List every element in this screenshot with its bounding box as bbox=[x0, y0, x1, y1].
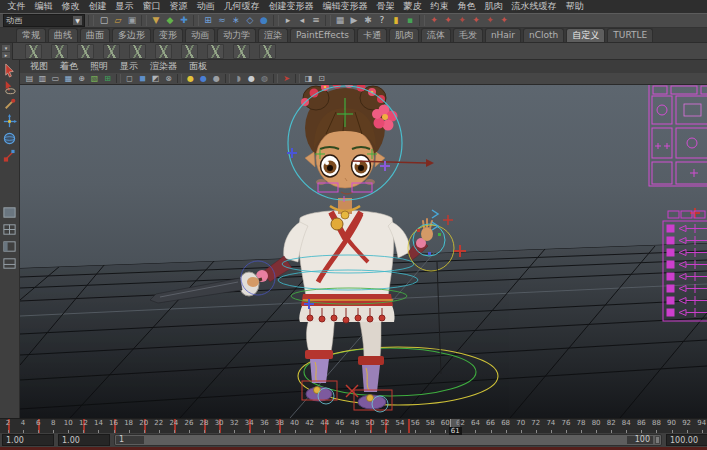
shelf-custom-button-8[interactable] bbox=[207, 44, 224, 59]
panel-menu-2[interactable]: 照明 bbox=[84, 60, 114, 73]
playback-start-field[interactable]: 1.00 bbox=[58, 434, 110, 446]
menu-9[interactable]: 创建变形器 bbox=[264, 0, 318, 13]
menu-2[interactable]: 修改 bbox=[57, 0, 84, 13]
lock-icon[interactable]: ▮ bbox=[389, 14, 403, 27]
statusline-divider[interactable] bbox=[88, 15, 94, 26]
move-tool[interactable] bbox=[1, 113, 19, 130]
perspective-viewport[interactable] bbox=[20, 85, 707, 418]
wireframe-on-shaded-icon[interactable]: ◍ bbox=[258, 73, 271, 84]
shelf-tab-6[interactable]: 动力学 bbox=[217, 28, 256, 42]
resolution-gate-icon[interactable]: ◼ bbox=[136, 73, 149, 84]
shelf-item-menu-icon[interactable]: ▸ bbox=[2, 52, 10, 58]
unmute-channel-icon[interactable]: ✦ bbox=[483, 14, 497, 27]
statusline-divider[interactable] bbox=[193, 15, 199, 26]
no-lights-icon[interactable]: ● bbox=[210, 73, 223, 84]
paint-selection-tool[interactable] bbox=[1, 96, 19, 113]
shelf-custom-button-5[interactable] bbox=[129, 44, 146, 59]
construction-history-icon[interactable]: ≡ bbox=[309, 14, 323, 27]
shelf-custom-button-6[interactable] bbox=[155, 44, 172, 59]
set-key-icon[interactable]: ✦ bbox=[427, 14, 441, 27]
panel-menu-4[interactable]: 渲染器 bbox=[144, 60, 183, 73]
select-camera-icon[interactable]: ▤ bbox=[23, 73, 36, 84]
panel-menu-1[interactable]: 着色 bbox=[54, 60, 84, 73]
menu-7[interactable]: 动画 bbox=[192, 0, 219, 13]
animation-start-field[interactable]: 1.00 bbox=[2, 434, 54, 446]
panel-menu-0[interactable]: 视图 bbox=[24, 60, 54, 73]
xray-icon[interactable]: ◨ bbox=[302, 73, 315, 84]
four-pane-layout-button[interactable] bbox=[1, 221, 19, 238]
menu-8[interactable]: 几何缓存 bbox=[219, 0, 264, 13]
shelf-custom-button-3[interactable] bbox=[77, 44, 94, 59]
scale-tool[interactable] bbox=[1, 147, 19, 164]
shelf-tab-5[interactable]: 动画 bbox=[185, 28, 215, 42]
menu-16[interactable]: 流水线缓存 bbox=[507, 0, 561, 13]
menu-12[interactable]: 蒙皮 bbox=[399, 0, 426, 13]
menu-3[interactable]: 创建 bbox=[84, 0, 111, 13]
hold-keys-icon[interactable]: ✦ bbox=[497, 14, 511, 27]
shelf-tab-11[interactable]: 流体 bbox=[421, 28, 451, 42]
shelf-custom-button-9[interactable] bbox=[233, 44, 250, 59]
open-scene-icon[interactable]: ▱ bbox=[111, 14, 125, 27]
menu-11[interactable]: 骨架 bbox=[372, 0, 399, 13]
film-gate-icon[interactable]: ◻ bbox=[123, 73, 136, 84]
menu-6[interactable]: 资源 bbox=[165, 0, 192, 13]
statusline-divider[interactable] bbox=[141, 15, 147, 26]
bookmark-icon[interactable]: ▭ bbox=[49, 73, 62, 84]
shelf-tab-13[interactable]: nHair bbox=[485, 28, 521, 42]
range-start-handle[interactable]: 1 bbox=[116, 436, 144, 444]
mute-channel-icon[interactable]: ✦ bbox=[469, 14, 483, 27]
shelf-custom-button-2[interactable] bbox=[51, 44, 68, 59]
selection-highlight-icon[interactable]: ▪ bbox=[403, 14, 417, 27]
menu-17[interactable]: 帮助 bbox=[561, 0, 588, 13]
shelf-custom-button-1[interactable] bbox=[25, 44, 42, 59]
image-plane-icon[interactable]: ▦ bbox=[62, 73, 75, 84]
snap-to-plane-icon[interactable]: ◇ bbox=[243, 14, 257, 27]
range-end-handle[interactable] bbox=[655, 436, 660, 444]
set-breakdown-icon[interactable]: ✦ bbox=[455, 14, 469, 27]
all-lights-icon[interactable]: ● bbox=[197, 73, 210, 84]
menu-13[interactable]: 约束 bbox=[426, 0, 453, 13]
menu-4[interactable]: 显示 bbox=[111, 0, 138, 13]
set-key-options-icon[interactable]: ✦ bbox=[441, 14, 455, 27]
persp-graph-layout-button[interactable] bbox=[1, 255, 19, 272]
shelf-tab-7[interactable]: 渲染 bbox=[258, 28, 288, 42]
field-chart-icon[interactable]: ⊗ bbox=[162, 73, 175, 84]
chevron-down-icon[interactable]: ▼ bbox=[73, 16, 82, 25]
ipr-render-icon[interactable]: ▶ bbox=[347, 14, 361, 27]
two-d-pan-zoom-icon[interactable]: ⊕ bbox=[75, 73, 88, 84]
new-scene-icon[interactable]: ▢ bbox=[97, 14, 111, 27]
snap-to-curve-icon[interactable]: ≈ bbox=[215, 14, 229, 27]
statusline-divider[interactable] bbox=[419, 15, 425, 26]
shelf-tab-8[interactable]: PaintEffects bbox=[290, 28, 355, 42]
snap-to-point-icon[interactable]: ∗ bbox=[229, 14, 243, 27]
character-picker-board[interactable] bbox=[649, 85, 707, 186]
input-connections-icon[interactable]: ▸ bbox=[281, 14, 295, 27]
gate-mask-icon[interactable]: ◩ bbox=[149, 73, 162, 84]
shadows-icon[interactable]: ◗ bbox=[232, 73, 245, 84]
shelf-custom-button-4[interactable] bbox=[103, 44, 120, 59]
shelf-tab-10[interactable]: 肌肉 bbox=[389, 28, 419, 42]
shelf-menu-icon[interactable]: ▾ bbox=[2, 45, 10, 51]
menu-set-dropdown[interactable]: 动画 ▼ bbox=[3, 14, 85, 27]
range-slider-bar[interactable]: 1 100 bbox=[114, 434, 662, 446]
keyframe-tick[interactable] bbox=[408, 419, 410, 434]
menu-15[interactable]: 肌肉 bbox=[480, 0, 507, 13]
panel-menu-5[interactable]: 面板 bbox=[183, 60, 213, 73]
render-view-icon[interactable]: ▦ bbox=[333, 14, 347, 27]
default-lighting-icon[interactable]: ● bbox=[184, 73, 197, 84]
menu-0[interactable]: 文件 bbox=[3, 0, 30, 13]
camera-attributes-icon[interactable]: ▥ bbox=[36, 73, 49, 84]
select-tool[interactable] bbox=[1, 62, 19, 79]
menu-5[interactable]: 窗口 bbox=[138, 0, 165, 13]
persp-outliner-layout-button[interactable] bbox=[1, 238, 19, 255]
help-line-icon[interactable]: ? bbox=[375, 14, 389, 27]
statusline-divider[interactable] bbox=[325, 15, 331, 26]
statusline-divider[interactable] bbox=[273, 15, 279, 26]
textured-icon[interactable]: ● bbox=[245, 73, 258, 84]
shelf-custom-button-10[interactable] bbox=[259, 44, 276, 59]
lasso-tool[interactable] bbox=[1, 79, 19, 96]
isolate-select-icon[interactable]: ➤ bbox=[280, 73, 293, 84]
select-by-object-icon[interactable]: ◆ bbox=[163, 14, 177, 27]
shelf-tab-16[interactable]: TURTLE bbox=[607, 28, 653, 42]
shelf-tab-12[interactable]: 毛发 bbox=[453, 28, 483, 42]
